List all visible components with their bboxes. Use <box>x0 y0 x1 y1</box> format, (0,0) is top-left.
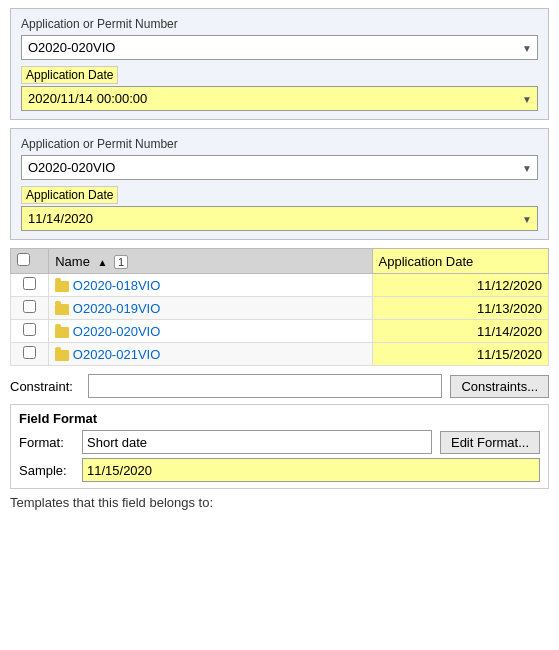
folder-icon <box>55 327 69 338</box>
row-checkbox[interactable] <box>23 300 36 313</box>
table-row: O2020-018VIO11/12/2020 <box>11 274 549 297</box>
row-checkbox-cell <box>11 297 49 320</box>
row-name-cell: O2020-019VIO <box>49 297 372 320</box>
constraint-label: Constraint: <box>10 379 80 394</box>
section1-date-select[interactable]: 2020/11/14 00:00:00 <box>21 86 538 111</box>
section1-container: Application or Permit Number O2020-020VI… <box>10 8 549 120</box>
section1-date-block: Application Date 2020/11/14 00:00:00 ▼ <box>21 66 538 111</box>
section2-date-select-wrap: 11/14/2020 ▼ <box>21 206 538 231</box>
sort-number: 1 <box>114 255 128 269</box>
sample-label: Sample: <box>19 463 74 478</box>
row-name-link[interactable]: O2020-021VIO <box>73 347 160 362</box>
constraint-row: Constraint: Constraints... <box>10 374 549 398</box>
format-row: Format: Edit Format... <box>19 430 540 454</box>
header-checkbox[interactable] <box>17 253 30 266</box>
folder-icon <box>55 350 69 361</box>
section2-permit-select[interactable]: O2020-020VIO <box>21 155 538 180</box>
section1-permit-select-wrap: O2020-020VIO ▼ <box>21 35 538 60</box>
row-name-cell: O2020-021VIO <box>49 343 372 366</box>
templates-text: Templates that this field belongs to: <box>10 495 549 510</box>
row-name-link[interactable]: O2020-019VIO <box>73 301 160 316</box>
table-row: O2020-021VIO11/15/2020 <box>11 343 549 366</box>
results-table: Name ▲ 1 Application Date O2020-018VIO11… <box>10 248 549 366</box>
row-checkbox-cell <box>11 274 49 297</box>
row-date-cell: 11/12/2020 <box>372 274 548 297</box>
results-table-section: Name ▲ 1 Application Date O2020-018VIO11… <box>10 248 549 366</box>
table-row: O2020-020VIO11/14/2020 <box>11 320 549 343</box>
section2-date-select[interactable]: 11/14/2020 <box>21 206 538 231</box>
section1-permit-label: Application or Permit Number <box>21 17 538 31</box>
header-checkbox-cell <box>11 249 49 274</box>
header-date-col[interactable]: Application Date <box>372 249 548 274</box>
field-format-section: Field Format Format: Edit Format... Samp… <box>10 404 549 489</box>
row-name-link[interactable]: O2020-020VIO <box>73 324 160 339</box>
section2-date-label: Application Date <box>21 186 118 204</box>
section2-permit-label: Application or Permit Number <box>21 137 538 151</box>
name-col-label: Name <box>55 254 90 269</box>
sample-row: Sample: 11/15/2020 <box>19 458 540 482</box>
row-checkbox-cell <box>11 343 49 366</box>
bottom-section: Constraint: Constraints... Field Format … <box>10 374 549 510</box>
format-input[interactable] <box>82 430 432 454</box>
row-checkbox[interactable] <box>23 346 36 359</box>
table-header-row: Name ▲ 1 Application Date <box>11 249 549 274</box>
row-date-cell: 11/15/2020 <box>372 343 548 366</box>
header-name-col[interactable]: Name ▲ 1 <box>49 249 372 274</box>
folder-icon <box>55 281 69 292</box>
section2-container: Application or Permit Number O2020-020VI… <box>10 128 549 240</box>
section1-date-label: Application Date <box>21 66 118 84</box>
row-name-link[interactable]: O2020-018VIO <box>73 278 160 293</box>
row-checkbox[interactable] <box>23 323 36 336</box>
row-checkbox[interactable] <box>23 277 36 290</box>
table-row: O2020-019VIO11/13/2020 <box>11 297 549 320</box>
sample-value: 11/15/2020 <box>82 458 540 482</box>
folder-icon <box>55 304 69 315</box>
section1-permit-select[interactable]: O2020-020VIO <box>21 35 538 60</box>
format-label: Format: <box>19 435 74 450</box>
row-name-cell: O2020-020VIO <box>49 320 372 343</box>
sort-up-icon: ▲ <box>98 257 108 268</box>
edit-format-button[interactable]: Edit Format... <box>440 431 540 454</box>
row-checkbox-cell <box>11 320 49 343</box>
constraints-button[interactable]: Constraints... <box>450 375 549 398</box>
constraint-input[interactable] <box>88 374 442 398</box>
section2-permit-select-wrap: O2020-020VIO ▼ <box>21 155 538 180</box>
row-date-cell: 11/14/2020 <box>372 320 548 343</box>
row-name-cell: O2020-018VIO <box>49 274 372 297</box>
section2-date-block: Application Date 11/14/2020 ▼ <box>21 186 538 231</box>
field-format-title: Field Format <box>19 411 540 426</box>
row-date-cell: 11/13/2020 <box>372 297 548 320</box>
section1-date-select-wrap: 2020/11/14 00:00:00 ▼ <box>21 86 538 111</box>
